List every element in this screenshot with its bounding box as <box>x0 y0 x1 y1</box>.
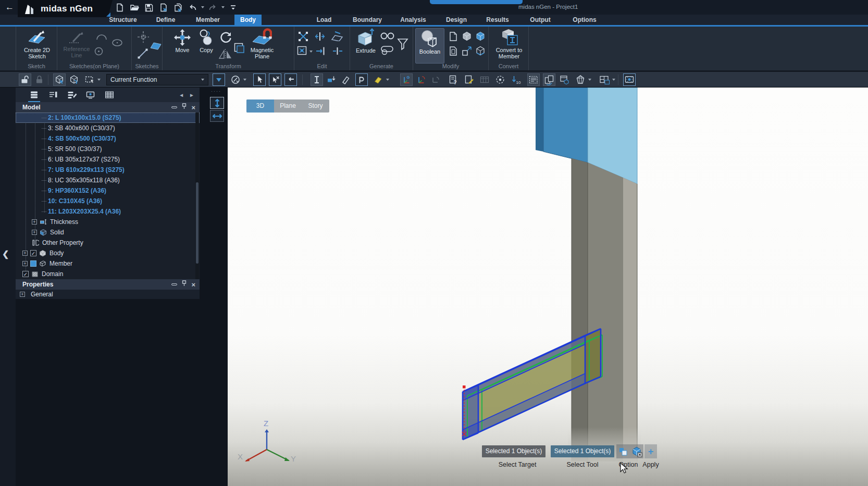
menu-tab-options[interactable]: Options <box>567 15 602 25</box>
trim-box-icon[interactable] <box>296 45 308 57</box>
window-select-icon[interactable] <box>83 73 96 86</box>
swap-pages-icon[interactable] <box>543 73 555 86</box>
union-cube-icon[interactable] <box>475 31 486 42</box>
visibility-checkbox[interactable] <box>30 260 36 267</box>
copy-button[interactable]: Copy <box>196 29 217 54</box>
tree-item-solid[interactable]: +Solid <box>16 227 200 238</box>
tree-item-10-c310x45-a36[interactable]: 10: C310X45 (A36) <box>16 196 200 206</box>
lock-icon[interactable] <box>33 73 46 86</box>
model-viewport[interactable]: 3DPlaneStory Z X Y Selected 1 Object(s) … <box>228 88 868 486</box>
view-cube-rotate-icon[interactable] <box>68 73 80 86</box>
menu-tab-analysis[interactable]: Analysis <box>394 15 431 25</box>
viewport-layout-icon[interactable] <box>598 73 611 86</box>
reference-line-button[interactable]: Reference Line <box>59 30 94 58</box>
copy-to-plane-icon[interactable] <box>233 42 245 54</box>
tree-item-3-sb-400x600-c30-37[interactable]: 3: SB 400x600 (C30/37) <box>16 123 200 133</box>
tree-item-5-sr-500-c30-37[interactable]: 5: SR 500 (C30/37) <box>16 144 200 154</box>
scroll-tabs-left-icon[interactable]: ◄ <box>179 92 184 98</box>
arrow-down-10-icon[interactable]: 10 <box>510 73 522 86</box>
create-2d-sketch-button[interactable]: Create 2D Sketch <box>19 29 55 59</box>
extend-icon[interactable] <box>315 46 327 56</box>
face-icon[interactable] <box>448 31 459 42</box>
loft-icon[interactable] <box>380 45 394 55</box>
customize-toolbar-icon[interactable] <box>227 1 239 14</box>
expand-icon[interactable]: + <box>32 230 37 235</box>
doc-edit-icon[interactable] <box>463 73 475 86</box>
scroll-tabs-right-icon[interactable]: ► <box>189 92 194 98</box>
tree-item-2-l-100x100x15-0-s275[interactable]: 2: L 100x100x15.0 (S275) <box>16 113 200 123</box>
sweep-icon[interactable] <box>380 32 394 40</box>
cube-exclude-icon[interactable] <box>631 446 642 457</box>
tree-item-member[interactable]: +Member <box>16 258 200 269</box>
rotate-icon[interactable] <box>219 31 232 44</box>
chamfer-cube-icon[interactable] <box>461 31 473 42</box>
profile-icon[interactable] <box>355 73 368 86</box>
dropdown-caret-icon[interactable] <box>201 6 204 8</box>
window-cube-icon[interactable] <box>559 73 571 86</box>
new-document-icon[interactable] <box>114 1 126 14</box>
expand-icon[interactable]: + <box>20 292 25 297</box>
minimize-icon[interactable] <box>171 106 177 108</box>
panel-tab-tables[interactable] <box>102 89 116 102</box>
expand-icon[interactable]: + <box>22 251 28 256</box>
shell-icon[interactable] <box>448 45 459 57</box>
sketch-line-icon[interactable] <box>137 47 149 60</box>
tree-item-domain[interactable]: ✓Domain <box>16 269 200 279</box>
tree-scrollbar[interactable] <box>195 113 199 279</box>
activate-dropdown-icon[interactable] <box>213 73 225 86</box>
view-cube-select-icon[interactable] <box>53 73 66 86</box>
close-icon[interactable]: × <box>191 281 195 288</box>
section-ibeam-icon[interactable] <box>311 73 323 86</box>
display-settings-icon[interactable] <box>623 73 636 86</box>
menu-tab-member[interactable]: Member <box>190 15 226 25</box>
redo-icon[interactable] <box>207 1 219 14</box>
tree-item-11-l203x203x25-4-a36[interactable]: 11: L203X203X25.4 (A36) <box>16 206 200 217</box>
collapse-panel-arrow[interactable]: ❮ <box>2 249 9 259</box>
horizontal-resize-button[interactable] <box>210 110 224 122</box>
tree-item-6-ub-305x127x37-s275[interactable]: 6: UB 305x127x37 (S275) <box>16 154 200 165</box>
view-tab-story[interactable]: Story <box>302 99 329 113</box>
edge-knife-icon[interactable] <box>340 73 352 86</box>
panel-tab-model-tree[interactable] <box>27 89 41 102</box>
revolve-icon[interactable] <box>397 38 408 51</box>
panel-tab-display[interactable] <box>83 89 97 102</box>
table-icon[interactable] <box>478 73 491 86</box>
ucs-axis-icon[interactable] <box>415 73 427 86</box>
function-combobox[interactable]: Current Function <box>106 74 208 85</box>
view-tab-3d[interactable]: 3D <box>246 99 274 113</box>
sketch-plane-icon[interactable] <box>150 41 162 50</box>
panel-tab-task-list[interactable] <box>46 89 60 102</box>
hollow-cube-icon[interactable] <box>475 45 486 57</box>
grid-select-icon[interactable] <box>527 73 540 86</box>
axis-rotate-icon[interactable] <box>429 73 442 86</box>
visibility-checkbox[interactable]: ✓ <box>30 250 36 256</box>
minimize-icon[interactable] <box>171 283 177 285</box>
dropdown-caret-icon[interactable] <box>243 79 246 81</box>
dropdown-caret-icon[interactable] <box>97 79 101 81</box>
circle-dot-icon[interactable] <box>494 73 506 86</box>
unlock-icon[interactable] <box>19 73 31 86</box>
menu-tab-load[interactable]: Load <box>311 15 338 25</box>
expand-icon[interactable]: + <box>32 219 37 225</box>
vertical-resize-button[interactable] <box>210 97 224 109</box>
doc-query-icon[interactable]: ? <box>447 73 460 86</box>
unselect-icon[interactable] <box>269 73 281 86</box>
gray-column[interactable] <box>572 158 637 462</box>
tree-item-4-sb-500x500-c30-37[interactable]: 4: SB 500x500 (C30/37) <box>16 133 200 144</box>
menu-tab-define[interactable]: Define <box>151 15 181 25</box>
back-arrow-icon[interactable]: ← <box>5 2 14 13</box>
arc-icon[interactable] <box>96 33 107 41</box>
pin-icon[interactable] <box>182 102 187 113</box>
panel-tab-works-tree[interactable] <box>65 89 79 102</box>
close-icon[interactable]: × <box>191 104 195 111</box>
trim-dropdown-caret[interactable] <box>309 51 313 53</box>
rotate-dial-icon[interactable] <box>94 46 104 56</box>
properties-general-section[interactable]: + General <box>16 290 200 299</box>
extrude-button[interactable]: Extrude <box>353 28 378 54</box>
magnetic-plane-button[interactable]: Magnetic Plane <box>247 28 277 59</box>
move-button[interactable]: Move <box>172 29 193 54</box>
pin-icon[interactable] <box>182 279 187 290</box>
save-icon[interactable] <box>143 1 155 14</box>
menu-tab-output[interactable]: Output <box>524 15 556 25</box>
node-snap-icon[interactable] <box>325 73 338 86</box>
